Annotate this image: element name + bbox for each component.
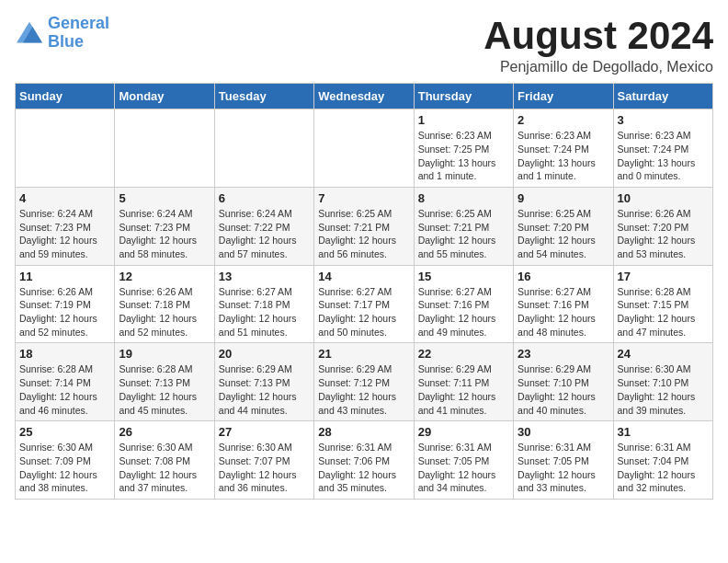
day-number: 11 [19, 270, 110, 283]
calendar-header-row: SundayMondayTuesdayWednesdayThursdayFrid… [16, 84, 713, 109]
day-info: Sunrise: 6:28 AM Sunset: 7:13 PM Dayligh… [119, 362, 210, 417]
day-info: Sunrise: 6:24 AM Sunset: 7:23 PM Dayligh… [19, 207, 110, 261]
location: Penjamillo de Degollado, Mexico [483, 59, 713, 75]
day-info: Sunrise: 6:27 AM Sunset: 7:18 PM Dayligh… [219, 285, 310, 339]
calendar-cell: 13Sunrise: 6:27 AM Sunset: 7:18 PM Dayli… [214, 265, 313, 343]
day-info: Sunrise: 6:28 AM Sunset: 7:14 PM Dayligh… [19, 362, 110, 417]
logo-general: General [48, 14, 109, 32]
day-header-saturday: Saturday [613, 84, 712, 109]
calendar-cell: 25Sunrise: 6:30 AM Sunset: 7:09 PM Dayli… [16, 421, 115, 500]
day-info: Sunrise: 6:27 AM Sunset: 7:16 PM Dayligh… [518, 285, 609, 339]
day-info: Sunrise: 6:29 AM Sunset: 7:12 PM Dayligh… [318, 362, 409, 417]
day-number: 4 [19, 191, 110, 205]
day-header-tuesday: Tuesday [214, 84, 313, 109]
day-info: Sunrise: 6:31 AM Sunset: 7:05 PM Dayligh… [518, 441, 609, 495]
calendar-cell: 26Sunrise: 6:30 AM Sunset: 7:08 PM Dayli… [115, 421, 214, 500]
logo-text: General Blue [48, 15, 109, 52]
calendar-cell: 9Sunrise: 6:25 AM Sunset: 7:20 PM Daylig… [514, 187, 613, 265]
day-number: 31 [618, 425, 709, 439]
calendar-cell [115, 109, 214, 188]
day-info: Sunrise: 6:25 AM Sunset: 7:21 PM Dayligh… [318, 207, 409, 261]
calendar-cell: 23Sunrise: 6:29 AM Sunset: 7:10 PM Dayli… [514, 343, 613, 421]
calendar-week-3: 18Sunrise: 6:28 AM Sunset: 7:14 PM Dayli… [16, 343, 713, 421]
calendar-cell [16, 109, 115, 188]
calendar-cell: 5Sunrise: 6:24 AM Sunset: 7:23 PM Daylig… [115, 187, 214, 265]
day-number: 5 [119, 191, 210, 205]
day-number: 29 [418, 425, 509, 439]
calendar-cell: 12Sunrise: 6:26 AM Sunset: 7:18 PM Dayli… [115, 265, 214, 343]
day-number: 20 [219, 347, 310, 361]
calendar-cell: 20Sunrise: 6:29 AM Sunset: 7:13 PM Dayli… [214, 343, 313, 421]
day-info: Sunrise: 6:28 AM Sunset: 7:15 PM Dayligh… [618, 285, 709, 339]
calendar-cell: 14Sunrise: 6:27 AM Sunset: 7:17 PM Dayli… [314, 265, 414, 343]
calendar-cell: 19Sunrise: 6:28 AM Sunset: 7:13 PM Dayli… [115, 343, 214, 421]
day-header-monday: Monday [115, 84, 214, 109]
calendar-week-2: 11Sunrise: 6:26 AM Sunset: 7:19 PM Dayli… [16, 265, 713, 343]
day-info: Sunrise: 6:25 AM Sunset: 7:21 PM Dayligh… [418, 207, 509, 261]
calendar-cell: 3Sunrise: 6:23 AM Sunset: 7:24 PM Daylig… [613, 109, 712, 188]
day-number: 16 [518, 270, 609, 283]
day-info: Sunrise: 6:30 AM Sunset: 7:09 PM Dayligh… [19, 441, 110, 495]
day-header-friday: Friday [514, 84, 613, 109]
day-number: 21 [318, 347, 409, 361]
day-info: Sunrise: 6:29 AM Sunset: 7:13 PM Dayligh… [219, 362, 310, 417]
day-number: 17 [618, 270, 709, 283]
day-number: 14 [318, 270, 409, 283]
day-number: 1 [418, 113, 509, 127]
title-area: August 2024 Penjamillo de Degollado, Mex… [483, 15, 713, 75]
day-number: 27 [219, 425, 310, 439]
calendar-cell: 10Sunrise: 6:26 AM Sunset: 7:20 PM Dayli… [613, 187, 712, 265]
day-info: Sunrise: 6:26 AM Sunset: 7:20 PM Dayligh… [618, 207, 709, 261]
calendar-cell: 30Sunrise: 6:31 AM Sunset: 7:05 PM Dayli… [514, 421, 613, 500]
day-info: Sunrise: 6:27 AM Sunset: 7:17 PM Dayligh… [318, 285, 409, 339]
day-info: Sunrise: 6:31 AM Sunset: 7:04 PM Dayligh… [618, 441, 709, 495]
day-info: Sunrise: 6:23 AM Sunset: 7:24 PM Dayligh… [618, 129, 709, 183]
day-header-thursday: Thursday [414, 84, 513, 109]
day-number: 2 [518, 113, 609, 127]
calendar-week-4: 25Sunrise: 6:30 AM Sunset: 7:09 PM Dayli… [16, 421, 713, 500]
day-number: 22 [418, 347, 509, 361]
calendar: SundayMondayTuesdayWednesdayThursdayFrid… [15, 83, 713, 500]
day-number: 10 [618, 191, 709, 205]
day-number: 3 [618, 113, 709, 127]
header: General Blue August 2024 Penjamillo de D… [15, 15, 713, 75]
calendar-cell: 21Sunrise: 6:29 AM Sunset: 7:12 PM Dayli… [314, 343, 414, 421]
day-number: 18 [19, 347, 110, 361]
logo-icon [15, 20, 44, 46]
day-info: Sunrise: 6:25 AM Sunset: 7:20 PM Dayligh… [518, 207, 609, 261]
calendar-week-0: 1Sunrise: 6:23 AM Sunset: 7:25 PM Daylig… [16, 109, 713, 188]
day-info: Sunrise: 6:24 AM Sunset: 7:23 PM Dayligh… [119, 207, 210, 261]
day-header-sunday: Sunday [16, 84, 115, 109]
day-number: 15 [418, 270, 509, 283]
day-info: Sunrise: 6:30 AM Sunset: 7:10 PM Dayligh… [618, 362, 709, 417]
calendar-cell: 28Sunrise: 6:31 AM Sunset: 7:06 PM Dayli… [314, 421, 414, 500]
day-info: Sunrise: 6:31 AM Sunset: 7:05 PM Dayligh… [418, 441, 509, 495]
calendar-cell: 6Sunrise: 6:24 AM Sunset: 7:22 PM Daylig… [214, 187, 313, 265]
calendar-cell: 15Sunrise: 6:27 AM Sunset: 7:16 PM Dayli… [414, 265, 513, 343]
calendar-cell: 29Sunrise: 6:31 AM Sunset: 7:05 PM Dayli… [414, 421, 513, 500]
day-info: Sunrise: 6:26 AM Sunset: 7:18 PM Dayligh… [119, 285, 210, 339]
day-number: 24 [618, 347, 709, 361]
calendar-cell [314, 109, 414, 188]
calendar-cell: 1Sunrise: 6:23 AM Sunset: 7:25 PM Daylig… [414, 109, 513, 188]
calendar-cell: 24Sunrise: 6:30 AM Sunset: 7:10 PM Dayli… [613, 343, 712, 421]
day-number: 8 [418, 191, 509, 205]
logo-blue: Blue [48, 32, 84, 51]
day-number: 30 [518, 425, 609, 439]
calendar-cell: 27Sunrise: 6:30 AM Sunset: 7:07 PM Dayli… [214, 421, 313, 500]
day-info: Sunrise: 6:24 AM Sunset: 7:22 PM Dayligh… [219, 207, 310, 261]
day-info: Sunrise: 6:27 AM Sunset: 7:16 PM Dayligh… [418, 285, 509, 339]
calendar-cell: 4Sunrise: 6:24 AM Sunset: 7:23 PM Daylig… [16, 187, 115, 265]
day-number: 7 [318, 191, 409, 205]
calendar-cell: 18Sunrise: 6:28 AM Sunset: 7:14 PM Dayli… [16, 343, 115, 421]
day-info: Sunrise: 6:30 AM Sunset: 7:08 PM Dayligh… [119, 441, 210, 495]
day-info: Sunrise: 6:26 AM Sunset: 7:19 PM Dayligh… [19, 285, 110, 339]
day-number: 26 [119, 425, 210, 439]
calendar-cell: 2Sunrise: 6:23 AM Sunset: 7:24 PM Daylig… [514, 109, 613, 188]
day-number: 28 [318, 425, 409, 439]
day-number: 13 [219, 270, 310, 283]
day-info: Sunrise: 6:30 AM Sunset: 7:07 PM Dayligh… [219, 441, 310, 495]
day-info: Sunrise: 6:29 AM Sunset: 7:11 PM Dayligh… [418, 362, 509, 417]
calendar-cell [214, 109, 313, 188]
day-number: 19 [119, 347, 210, 361]
